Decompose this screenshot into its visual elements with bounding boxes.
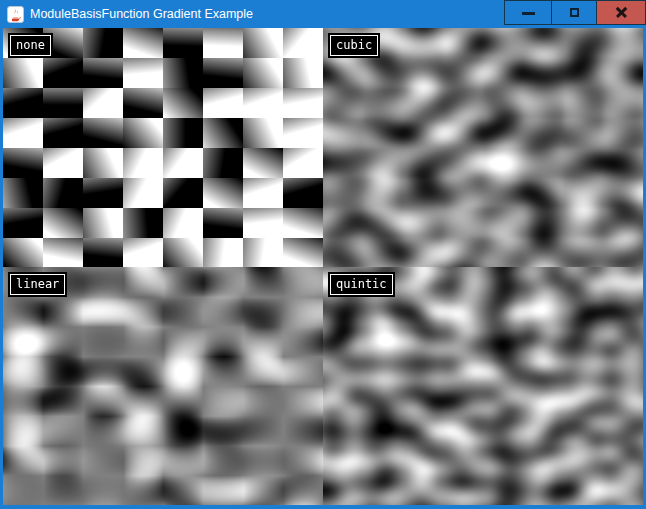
close-button[interactable] [597, 0, 646, 25]
maximize-button[interactable] [551, 0, 597, 25]
noise-canvas-none [3, 28, 323, 267]
java-icon [7, 6, 24, 23]
noise-canvas-quintic [323, 267, 643, 505]
close-icon [616, 7, 627, 18]
noise-canvas-linear [3, 267, 323, 505]
noise-label: cubic [330, 35, 378, 56]
quadrant-cubic: cubic [323, 28, 643, 267]
noise-label: quintic [330, 274, 393, 295]
caption-buttons [504, 0, 646, 25]
maximize-icon [570, 8, 579, 17]
noise-label: linear [10, 274, 65, 295]
app-window: ModuleBasisFunction Gradient Example non… [0, 0, 646, 509]
quadrant-none: none [3, 28, 323, 267]
render-area: none cubic linear quintic [3, 28, 643, 505]
noise-label: none [10, 35, 51, 56]
quadrant-linear: linear [3, 267, 323, 505]
titlebar[interactable]: ModuleBasisFunction Gradient Example [0, 0, 646, 28]
minimize-icon [522, 12, 535, 15]
minimize-button[interactable] [504, 0, 551, 25]
noise-canvas-cubic [323, 28, 643, 267]
quadrant-quintic: quintic [323, 267, 643, 505]
